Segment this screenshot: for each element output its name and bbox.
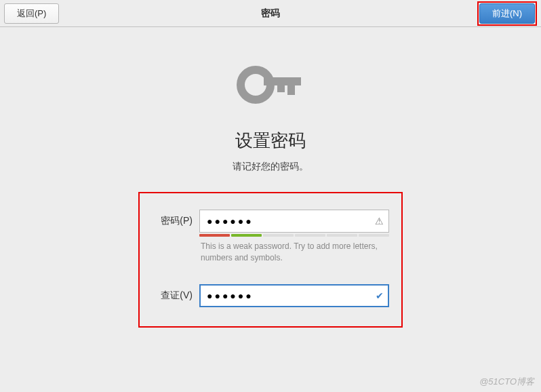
strength-seg: [327, 234, 357, 237]
strength-seg: [295, 234, 325, 237]
key-icon: [237, 61, 304, 109]
strength-seg: [199, 234, 230, 237]
verify-input[interactable]: [199, 284, 389, 307]
password-label: 密码(P): [152, 215, 199, 227]
verify-row: 查证(V) ✔: [152, 284, 389, 307]
page-heading: 设置密码: [235, 129, 306, 153]
verify-input-wrap: ✔: [199, 284, 389, 307]
svg-rect-1: [264, 77, 301, 85]
header-bar: 返回(P) 密码 前进(N): [0, 0, 541, 27]
strength-seg: [263, 234, 294, 237]
next-button[interactable]: 前进(N): [479, 3, 535, 24]
strength-meter: [199, 234, 389, 237]
password-input-wrap: ⚠: [199, 210, 389, 233]
svg-rect-2: [287, 85, 295, 95]
strength-seg: [231, 234, 262, 237]
svg-rect-3: [277, 85, 285, 92]
verify-label: 查证(V): [152, 290, 199, 302]
main-content: 设置密码 请记好您的密码。 密码(P) ⚠ This is a weak pas…: [0, 27, 541, 328]
next-button-highlight: 前进(N): [477, 1, 537, 26]
warning-icon: ⚠: [375, 216, 384, 227]
strength-seg: [359, 234, 389, 237]
window-title: 密码: [261, 7, 280, 20]
check-icon: ✔: [376, 290, 384, 301]
password-form: 密码(P) ⚠ This is a weak password. Try to …: [138, 192, 403, 328]
password-row: 密码(P) ⚠: [152, 210, 389, 233]
password-input[interactable]: [199, 210, 389, 233]
back-button[interactable]: 返回(P): [4, 3, 59, 24]
strength-hint: This is a weak password. Try to add more…: [199, 241, 389, 264]
page-subheading: 请记好您的密码。: [233, 161, 308, 173]
watermark: @51CTO博客: [479, 376, 534, 388]
